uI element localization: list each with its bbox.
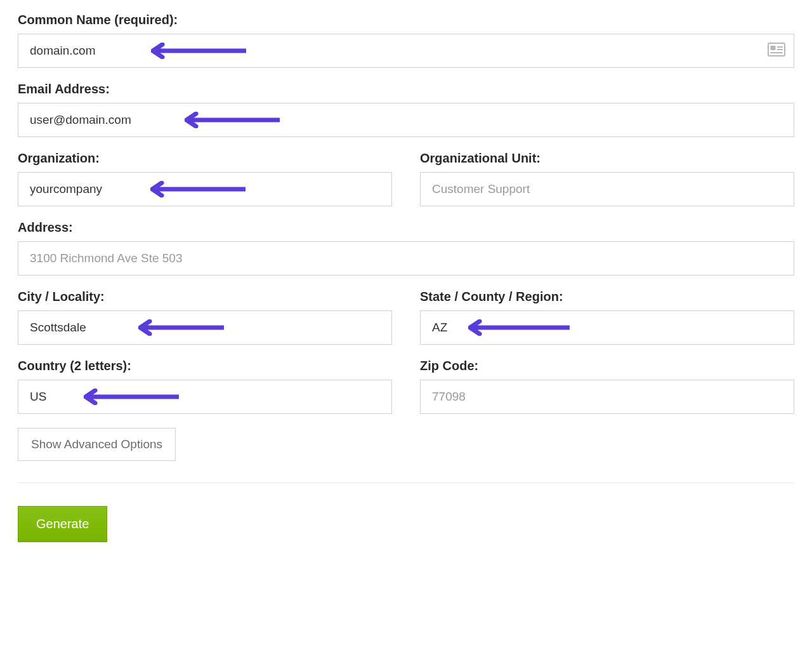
state-label: State / County / Region:	[420, 289, 794, 304]
country-input[interactable]	[18, 380, 392, 414]
address-label: Address:	[18, 220, 794, 235]
city-label: City / Locality:	[18, 289, 392, 304]
common-name-input[interactable]	[18, 34, 794, 68]
email-input[interactable]	[18, 103, 794, 137]
divider	[18, 482, 794, 483]
zip-label: Zip Code:	[420, 359, 794, 373]
common-name-label: Common Name (required):	[18, 13, 794, 27]
organization-label: Organization:	[18, 151, 392, 166]
country-label: Country (2 letters):	[18, 359, 392, 373]
organization-input[interactable]	[18, 172, 392, 206]
org-unit-input[interactable]	[420, 172, 794, 206]
state-input[interactable]	[420, 310, 794, 345]
show-advanced-button[interactable]: Show Advanced Options	[18, 428, 176, 461]
org-unit-label: Organizational Unit:	[420, 151, 794, 166]
city-input[interactable]	[18, 310, 392, 345]
address-input[interactable]	[18, 241, 794, 276]
zip-input[interactable]	[420, 380, 794, 414]
generate-button[interactable]: Generate	[18, 506, 107, 542]
email-label: Email Address:	[18, 82, 794, 96]
